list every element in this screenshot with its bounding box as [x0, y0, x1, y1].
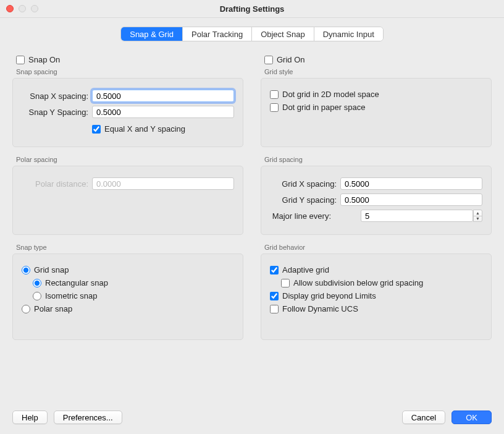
adaptive-grid-input[interactable] [270, 266, 279, 274]
snap-y-input[interactable] [92, 106, 234, 118]
dot-2d-checkbox[interactable]: Dot grid in 2D model space [270, 90, 482, 99]
stepper-up-icon[interactable]: ▲ [474, 210, 482, 216]
equal-xy-checkbox[interactable]: Equal X and Y spacing [92, 124, 185, 134]
tab-dynamic-input[interactable]: Dynamic Input [314, 27, 383, 41]
dialog-footer: Help Preferences... Cancel OK [12, 411, 492, 424]
preferences-button[interactable]: Preferences... [54, 411, 122, 424]
grid-behavior-panel: Adaptive grid Allow subdivision below gr… [261, 253, 492, 340]
ok-button[interactable]: OK [452, 411, 492, 424]
follow-ucs-checkbox[interactable]: Follow Dynamic UCS [270, 304, 482, 313]
rectangular-snap-input[interactable] [33, 279, 41, 287]
dot-2d-input[interactable] [270, 90, 279, 99]
snap-type-group-label: Snap type [16, 244, 243, 251]
major-line-label: Major line every: [270, 211, 335, 221]
tab-bar: Snap & Grid Polar Tracking Object Snap D… [120, 27, 384, 41]
beyond-limits-label: Display grid beyond Limits [282, 291, 376, 300]
snap-y-label: Snap Y Spacing: [22, 108, 92, 117]
equal-xy-input[interactable] [92, 125, 101, 134]
allow-subdivision-label: Allow subdivision below grid spacing [293, 278, 423, 287]
polar-spacing-panel: Polar distance: [12, 166, 243, 235]
cancel-button[interactable]: Cancel [402, 411, 445, 424]
isometric-snap-label: Isometric snap [45, 291, 98, 300]
grid-style-panel: Dot grid in 2D model space Dot grid in p… [261, 78, 492, 147]
dot-2d-label: Dot grid in 2D model space [282, 90, 379, 99]
stepper-down-icon[interactable]: ▼ [474, 216, 482, 222]
allow-subdivision-input[interactable] [281, 279, 290, 287]
major-line-input[interactable] [361, 210, 473, 222]
grid-x-input[interactable] [340, 177, 482, 190]
dot-paper-input[interactable] [270, 103, 279, 112]
polar-distance-input[interactable] [92, 177, 234, 190]
tab-object-snap[interactable]: Object Snap [252, 27, 314, 41]
dot-paper-checkbox[interactable]: Dot grid in paper space [270, 103, 482, 112]
beyond-limits-checkbox[interactable]: Display grid beyond Limits [270, 291, 482, 300]
polar-snap-label: Polar snap [34, 304, 72, 313]
grid-behavior-group-label: Grid behavior [264, 244, 492, 251]
follow-ucs-label: Follow Dynamic UCS [282, 304, 358, 313]
snap-type-panel: Grid snap Rectangular snap Isometric sna… [12, 253, 243, 340]
grid-y-label: Grid Y spacing: [270, 195, 340, 205]
grid-spacing-panel: Grid X spacing: Grid Y spacing: Major li… [261, 166, 492, 235]
beyond-limits-input[interactable] [270, 292, 279, 300]
grid-y-input[interactable] [340, 194, 482, 206]
snap-x-input[interactable] [92, 90, 234, 102]
grid-on-checkbox[interactable]: Grid On [264, 55, 492, 64]
polar-snap-radio[interactable]: Polar snap [22, 304, 234, 313]
snap-x-label: Snap X spacing: [22, 91, 92, 101]
snap-on-label: Snap On [28, 55, 60, 64]
grid-on-label: Grid On [277, 55, 305, 64]
allow-subdivision-checkbox[interactable]: Allow subdivision below grid spacing [270, 278, 482, 287]
snap-spacing-panel: Snap X spacing: Snap Y Spacing: Equal X … [12, 78, 243, 147]
rectangular-snap-label: Rectangular snap [45, 278, 108, 287]
major-line-stepper[interactable]: ▲ ▼ [473, 210, 482, 222]
adaptive-grid-label: Adaptive grid [282, 265, 329, 274]
isometric-snap-input[interactable] [33, 292, 41, 300]
window-title: Drafting Settings [0, 4, 504, 14]
help-button[interactable]: Help [12, 411, 48, 424]
grid-on-input[interactable] [264, 56, 273, 64]
grid-spacing-group-label: Grid spacing [264, 156, 492, 163]
adaptive-grid-checkbox[interactable]: Adaptive grid [270, 265, 482, 274]
snap-on-checkbox[interactable]: Snap On [16, 55, 243, 64]
tab-polar-tracking[interactable]: Polar Tracking [183, 27, 252, 41]
grid-snap-input[interactable] [22, 266, 30, 274]
polar-distance-label: Polar distance: [22, 179, 92, 189]
rectangular-snap-radio[interactable]: Rectangular snap [22, 278, 234, 287]
snap-on-input[interactable] [16, 56, 25, 64]
grid-snap-radio[interactable]: Grid snap [22, 265, 234, 274]
titlebar: Drafting Settings [0, 0, 504, 18]
snap-spacing-group-label: Snap spacing [16, 68, 243, 75]
equal-xy-label: Equal X and Y spacing [104, 124, 185, 134]
polar-snap-input[interactable] [22, 305, 30, 313]
polar-spacing-group-label: Polar spacing [16, 156, 243, 163]
grid-snap-label: Grid snap [34, 265, 69, 274]
dot-paper-label: Dot grid in paper space [282, 103, 365, 112]
follow-ucs-input[interactable] [270, 305, 279, 313]
grid-x-label: Grid X spacing: [270, 179, 340, 189]
tab-snap-grid[interactable]: Snap & Grid [121, 27, 183, 41]
isometric-snap-radio[interactable]: Isometric snap [22, 291, 234, 300]
grid-style-group-label: Grid style [264, 68, 492, 75]
